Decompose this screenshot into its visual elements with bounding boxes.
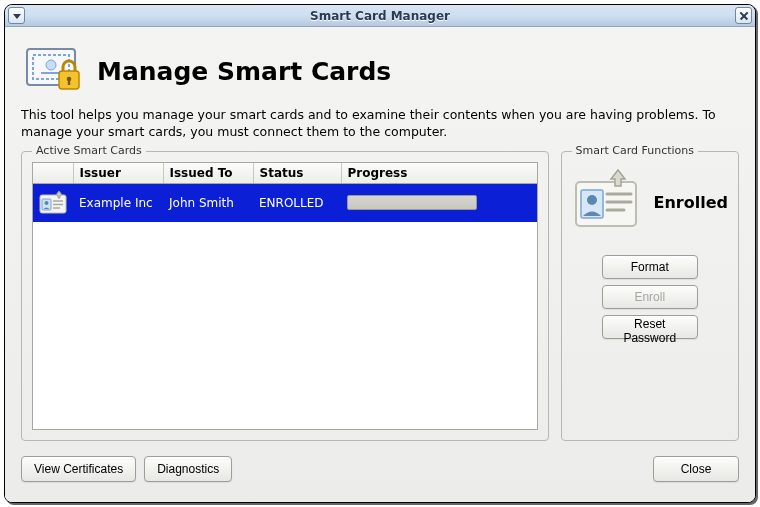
col-header-icon[interactable] [33, 163, 73, 184]
col-header-issued-to[interactable]: Issued To [163, 163, 253, 184]
svg-point-2 [46, 60, 56, 70]
smart-card-icon [572, 168, 644, 238]
svg-point-8 [45, 201, 49, 205]
client-area: Manage Smart Cards This tool helps you m… [5, 27, 755, 502]
window-frame: Smart Card Manager Manage Smart Cards Th… [4, 4, 756, 503]
window-menu-button[interactable] [8, 7, 25, 24]
col-header-progress[interactable]: Progress [341, 163, 537, 184]
table-row[interactable]: Example Inc John Smith ENROLLED [33, 183, 537, 222]
cell-progress [341, 183, 537, 222]
card-row-icon [33, 183, 73, 222]
active-cards-table: Issuer Issued To Status Progress [32, 162, 538, 430]
reset-password-button[interactable]: Reset Password [602, 315, 698, 339]
page-header: Manage Smart Cards [21, 41, 739, 101]
active-cards-group: Active Smart Cards Issuer Issued To [21, 151, 549, 441]
functions-group: Smart Card Functions [561, 151, 739, 441]
close-window-button[interactable] [735, 7, 752, 24]
cell-status: ENROLLED [253, 183, 341, 222]
svg-point-11 [587, 195, 597, 205]
svg-rect-5 [68, 80, 70, 85]
window-title: Smart Card Manager [310, 9, 450, 23]
col-header-issuer[interactable]: Issuer [73, 163, 163, 184]
col-header-status[interactable]: Status [253, 163, 341, 184]
cell-issuer: Example Inc [73, 183, 163, 222]
functions-legend: Smart Card Functions [572, 144, 699, 157]
page-description: This tool helps you manage your smart ca… [21, 107, 739, 141]
active-cards-legend: Active Smart Cards [32, 144, 146, 157]
cell-issued-to: John Smith [163, 183, 253, 222]
certificate-lock-icon [21, 41, 85, 101]
card-status-label: Enrolled [654, 193, 728, 212]
panels-row: Active Smart Cards Issuer Issued To [21, 151, 739, 441]
page-title: Manage Smart Cards [97, 57, 391, 86]
format-button[interactable]: Format [602, 255, 698, 279]
diagnostics-button[interactable]: Diagnostics [144, 456, 232, 482]
progress-bar [347, 195, 477, 210]
bottom-button-row: View Certificates Diagnostics Close [21, 453, 739, 485]
title-bar: Smart Card Manager [5, 5, 755, 27]
close-button[interactable]: Close [653, 456, 739, 482]
view-certificates-button[interactable]: View Certificates [21, 456, 136, 482]
enroll-button: Enroll [602, 285, 698, 309]
